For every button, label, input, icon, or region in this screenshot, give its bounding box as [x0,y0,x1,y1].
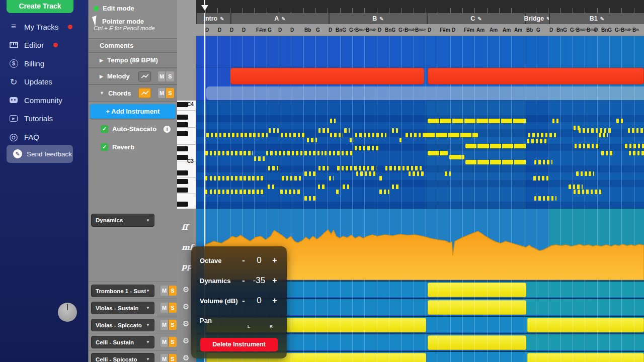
note-staccato-run[interactable] [625,144,644,148]
melody-solo-button[interactable]: S [166,71,174,81]
note-staccato-run[interactable] [527,139,548,143]
sidebar-item-editor[interactable]: Editor [0,37,88,54]
gear-icon[interactable]: ⚙ [183,285,189,294]
track-mute-button[interactable]: M [160,337,169,347]
sidebar-item-community[interactable]: Community [0,92,88,109]
note-staccato-run[interactable] [330,119,336,123]
section-a[interactable]: A✎ [230,13,329,24]
track-solo-button[interactable]: S [169,303,177,313]
checkbox-checked-icon[interactable]: ✓ [101,125,108,133]
note-staccato-run[interactable] [379,176,384,180]
note-staccato-run[interactable] [307,138,317,142]
black-key[interactable] [177,155,188,160]
sidebar-item-updates[interactable]: ↻Updates [0,73,88,90]
note-staccato-run[interactable] [318,128,330,133]
note-staccato-run[interactable] [329,176,334,180]
note-staccato-run[interactable] [350,138,354,142]
gear-icon[interactable]: ⚙ [183,302,189,311]
sidebar-item-tutorials[interactable]: ▶Tutorials [0,110,88,127]
note-staccato-run[interactable] [528,133,556,137]
section-b[interactable]: B✎ [329,13,427,24]
track-instrument-dropdown[interactable]: Violas - Spiccato▼ [91,319,154,331]
track-solo-button[interactable]: S [169,320,177,330]
note-staccato-run[interactable] [205,190,265,194]
note-staccato-run[interactable] [579,128,612,133]
track-instrument-dropdown[interactable]: Violas - Sustain▼ [91,302,154,314]
note-staccato-run[interactable] [254,156,265,161]
note-staccato-run[interactable] [445,171,451,176]
note-staccato-run[interactable] [576,171,594,176]
note-staccato-run[interactable] [355,133,386,137]
info-icon[interactable]: i [164,126,171,133]
note-staccato-run[interactable] [409,171,424,176]
note-staccato-run[interactable] [318,185,326,189]
pointer-mode-indicator[interactable]: Pointer mode [94,16,144,26]
track-mute-button[interactable]: M [160,303,169,313]
note-staccato-run[interactable] [406,133,424,137]
chords-automation-icon[interactable] [138,88,151,98]
increment-button[interactable]: + [270,256,279,265]
black-key[interactable] [177,202,188,207]
edit-pencil-icon[interactable]: ✎ [477,16,481,22]
gear-icon[interactable]: ⚙ [183,353,189,362]
note-staccato-run[interactable] [392,128,398,133]
note-sustain[interactable] [465,160,526,164]
note-staccato-run[interactable] [569,185,583,189]
track-instrument-dropdown[interactable]: Celli - Sustain▼ [91,336,154,348]
sidebar-item-my-tracks[interactable]: ≡My Tracks [0,18,88,35]
add-instrument-button[interactable]: + Add Instrument [90,104,176,119]
note-sustain[interactable] [428,119,526,123]
note-staccato-run[interactable] [330,133,343,137]
note-staccato-run[interactable] [629,151,644,155]
section-c[interactable]: C✎ [427,13,525,24]
note-staccato-run[interactable] [337,166,376,170]
comments-bar[interactable]: Comments [89,38,178,52]
note-staccato-run[interactable] [205,176,263,180]
black-key[interactable] [177,102,188,107]
decrement-button[interactable]: - [239,276,248,285]
note-staccato-run[interactable] [318,166,329,170]
note-staccato-run[interactable] [269,128,279,133]
note-staccato-run[interactable] [280,190,301,194]
black-key[interactable] [177,170,188,175]
black-key[interactable] [177,146,188,151]
sidebar-item-faq[interactable]: ◎FAQ [0,128,88,145]
note-sustain[interactable] [449,155,464,159]
track-mute-button[interactable]: M [160,354,169,362]
melody-region-bar[interactable] [428,68,644,84]
checkbox-checked-icon[interactable]: ✓ [101,143,108,151]
note-staccato-run[interactable] [344,128,350,133]
note-staccato-run[interactable] [533,176,548,180]
track-solo-button[interactable]: S [169,354,177,362]
gear-icon[interactable]: ⚙ [183,336,189,345]
note-staccato-run[interactable] [574,190,602,194]
pan-knob[interactable] [58,303,77,322]
note-staccato-run[interactable] [268,166,278,170]
note-staccato-run[interactable] [534,196,556,201]
track-mute-button[interactable]: M [160,286,169,296]
track-solo-button[interactable]: S [169,337,177,347]
section-bridge[interactable]: Bridge✎ [525,13,549,24]
note-staccato-run[interactable] [616,119,623,123]
note-staccato-run[interactable] [575,144,599,148]
track-instrument-dropdown[interactable]: Trombone 1 - Susta▼ [91,285,154,297]
note-staccato-run[interactable] [304,196,315,201]
note-sustain[interactable] [428,151,448,155]
melody-automation-icon[interactable] [138,71,151,81]
selection-overlay-bar[interactable] [206,86,644,100]
edit-pencil-icon[interactable]: ✎ [220,16,224,22]
chords-solo-button[interactable]: S [166,88,174,98]
note-staccato-run[interactable] [379,190,389,194]
region-block[interactable] [527,318,644,332]
sidebar-item-billing[interactable]: $Billing [0,55,88,72]
note-staccato-run[interactable] [628,128,644,133]
black-key[interactable] [177,131,188,136]
note-staccato-run[interactable] [534,160,552,164]
note-staccato-run[interactable] [304,171,315,176]
note-staccato-run[interactable] [399,138,404,142]
note-staccato-run[interactable] [266,151,323,155]
track-solo-button[interactable]: S [169,286,177,296]
decrement-button[interactable]: - [239,296,248,305]
note-staccato-run[interactable] [281,133,306,137]
increment-button[interactable]: + [270,276,279,285]
